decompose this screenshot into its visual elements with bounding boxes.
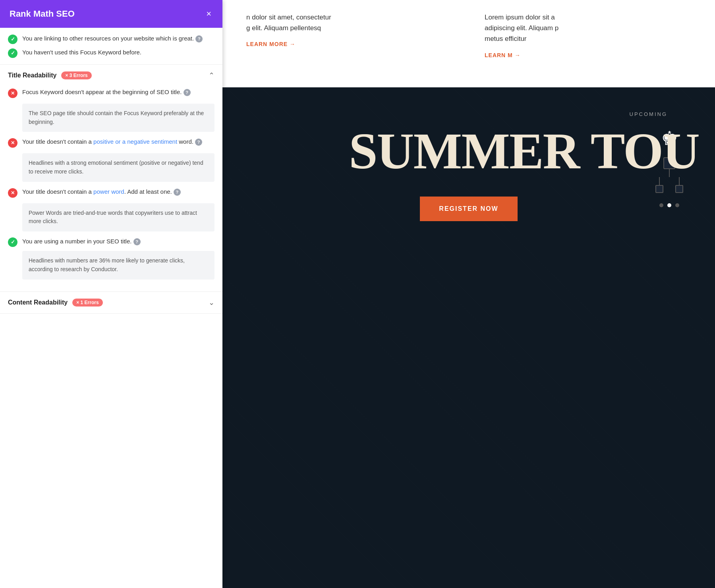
site-col2-text2: adipiscing elit. Aliquam p <box>485 23 691 33</box>
title-readability-section: Title Readability × 3 Errors ⌃ Focus Key… <box>0 65 222 292</box>
check-item-linking: You are linking to other resources on yo… <box>8 34 214 44</box>
website-background: n dolor sit amet, consectetur g elit. Al… <box>222 0 715 588</box>
content-readability-section: Content Readability × 1 Errors ⌄ <box>0 292 222 314</box>
help-icon-linking[interactable]: ? <box>195 35 203 42</box>
check-icon-keyword <box>8 48 17 58</box>
error-item-sentiment: Your title doesn't contain a positive or… <box>8 137 214 148</box>
error-text-power-word: Your title doesn't contain a power word.… <box>22 187 181 197</box>
site-col1-text1: n dolor sit amet, consectetur <box>246 12 453 23</box>
help-icon-sentiment[interactable]: ? <box>195 139 202 146</box>
hint-number: Headlines with numbers are 36% more like… <box>22 251 214 279</box>
site-col2-text3: metus efficitur <box>485 33 691 44</box>
panel-body: You are linking to other resources on yo… <box>0 28 222 588</box>
chevron-down-icon: ⌄ <box>209 298 214 307</box>
check-icon-number <box>8 237 17 247</box>
panel-title: Rank Math SEO <box>10 9 75 19</box>
site-col1: n dolor sit amet, consectetur g elit. Al… <box>246 12 453 75</box>
site-col2-text1: Lorem ipsum dolor sit a <box>485 12 691 23</box>
summer-tour-text: SUMMER TOU <box>349 125 699 177</box>
error-text-sentiment: Your title doesn't contain a positive or… <box>22 137 202 147</box>
register-now-button[interactable]: REGISTER NOW <box>420 197 517 221</box>
help-icon-number[interactable]: ? <box>133 238 141 245</box>
help-icon-power-word[interactable]: ? <box>174 189 181 196</box>
section-header-left: Title Readability × 3 Errors <box>8 71 92 79</box>
hint-sentiment: Headlines with a strong emotional sentim… <box>22 153 214 181</box>
check-text-linking: You are linking to other resources on yo… <box>22 34 203 43</box>
success-text-number: You are using a number in your SEO title… <box>22 237 141 246</box>
upcoming-label: UPCOMING <box>630 111 668 117</box>
hint-power-word: Power Words are tried-and-true words tha… <box>22 203 214 231</box>
chevron-up-icon: ⌃ <box>209 71 214 80</box>
sentiment-link[interactable]: positive or a negative sentiment <box>93 138 177 145</box>
site-top-section: n dolor sit amet, consectetur g elit. Al… <box>222 0 715 87</box>
site-dark-section: ♚ <box>222 87 715 588</box>
site-col2: Lorem ipsum dolor sit a adipiscing elit.… <box>485 12 691 75</box>
error-icon-power-word <box>8 188 17 198</box>
hint-focus-keyword: The SEO page title should contain the Fo… <box>22 104 214 132</box>
check-item-keyword: You haven't used this Focus Keyword befo… <box>8 48 214 58</box>
rank-math-panel: Rank Math SEO × You are linking to other… <box>0 0 222 588</box>
error-item-focus-keyword: Focus Keyword doesn't appear at the begi… <box>8 88 214 98</box>
content-readability-label: Content Readability <box>8 299 68 306</box>
power-word-link[interactable]: power word <box>93 188 124 195</box>
error-item-power-word: Your title doesn't contain a power word.… <box>8 187 214 198</box>
success-item-number: You are using a number in your SEO title… <box>8 237 214 247</box>
title-readability-label: Title Readability <box>8 72 56 79</box>
error-text-focus-keyword: Focus Keyword doesn't appear at the begi… <box>22 88 191 97</box>
check-icon-linking <box>8 35 17 44</box>
content-readability-badge: × 1 Errors <box>72 299 102 307</box>
check-text-keyword: You haven't used this Focus Keyword befo… <box>22 48 141 57</box>
content-section-header-left: Content Readability × 1 Errors <box>8 299 103 307</box>
content-readability-header[interactable]: Content Readability × 1 Errors ⌄ <box>0 292 222 313</box>
title-readability-header[interactable]: Title Readability × 3 Errors ⌃ <box>0 65 222 86</box>
learn-more-link-1[interactable]: LEARN MORE <box>246 40 296 48</box>
panel-header: Rank Math SEO × <box>0 0 222 28</box>
site-col1-text2: g elit. Aliquam pellentesq <box>246 23 453 33</box>
help-icon-focus-keyword[interactable]: ? <box>184 89 191 96</box>
learn-more-link-2[interactable]: LEARN M <box>485 51 521 60</box>
site-dark-content: UPCOMING SUMMER TOU REGISTER NOW <box>222 87 715 245</box>
title-readability-content: Focus Keyword doesn't appear at the begi… <box>0 86 222 291</box>
error-icon-focus-keyword <box>8 89 17 98</box>
close-button[interactable]: × <box>205 8 213 20</box>
error-icon-sentiment <box>8 138 17 148</box>
title-readability-badge: × 3 Errors <box>61 71 91 79</box>
passing-checks-list: You are linking to other resources on yo… <box>0 28 222 65</box>
